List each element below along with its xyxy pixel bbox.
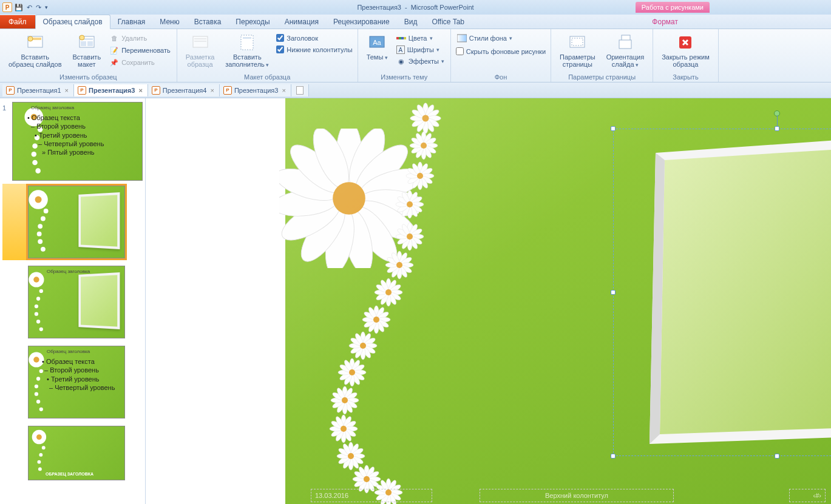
master-layout-icon (191, 33, 210, 52)
background-styles-button[interactable]: Стили фона (456, 33, 546, 44)
qat-dropdown-icon[interactable]: ▾ (45, 4, 48, 10)
close-tab-icon[interactable]: × (64, 87, 70, 94)
svg-point-45 (35, 304, 38, 308)
svg-point-59 (42, 446, 46, 449)
app-icon: P (2, 2, 12, 12)
svg-rect-5 (81, 41, 86, 46)
document-tab[interactable]: PПрезентация1× (2, 84, 74, 96)
svg-point-71 (321, 207, 359, 268)
slide-master-tab[interactable]: Образец слайдов (35, 15, 110, 29)
placeholder-icon (237, 33, 257, 52)
svg-point-70 (339, 207, 378, 268)
thumb-title: Образец заголовка (31, 105, 74, 110)
view-tab[interactable]: Вид (397, 15, 425, 29)
rename-button[interactable]: 📝Переименовать (108, 45, 172, 56)
resize-handle-nw[interactable] (611, 126, 616, 131)
svg-rect-23 (619, 40, 631, 49)
close-master-view-button[interactable]: Закрыть режим образца (658, 32, 713, 69)
insert-slide-master-button[interactable]: Вставить образец слайдов (5, 32, 65, 69)
home-tab[interactable]: Главная (110, 15, 153, 29)
fonts-button[interactable]: AШрифты (395, 45, 446, 55)
redo-icon[interactable]: ↷ (36, 4, 41, 12)
insert-layout-button[interactable]: Вставить макет (69, 32, 104, 69)
review-tab[interactable]: Рецензирование (326, 15, 397, 29)
thumb-title: Образец заголовка (47, 269, 90, 274)
footer-placeholder[interactable]: Верхний колонтитул (480, 489, 674, 502)
insert-tab[interactable]: Вставка (187, 15, 229, 29)
footers-checkbox[interactable]: Нижние колонтитулы (276, 45, 352, 53)
resize-handle-w[interactable] (611, 290, 616, 295)
document-tab[interactable]: PПрезентация3× (220, 84, 291, 96)
edit-theme-group: Aa Темы Цвета AШрифты ◉Эффекты Изменить … (358, 29, 451, 82)
new-document-tab[interactable] (291, 84, 309, 96)
master-layout-group: Разметка образца Вставить заполнитель За… (177, 29, 358, 82)
picture-placeholder[interactable] (613, 129, 831, 456)
flower-trail-decoration (285, 98, 831, 504)
layout-thumbnail[interactable] (28, 186, 125, 258)
edit-theme-group-label: Изменить тему (363, 72, 446, 82)
svg-point-56 (39, 408, 43, 411)
resize-handle-sw[interactable] (611, 454, 616, 459)
effects-button[interactable]: ◉Эффекты (395, 56, 446, 67)
close-tab-icon[interactable]: × (280, 87, 287, 94)
svg-point-75 (279, 163, 342, 207)
document-tab[interactable]: PПрезентация4× (148, 84, 220, 96)
svg-point-58 (36, 434, 42, 440)
colors-button[interactable]: Цвета (395, 33, 446, 44)
blank-doc-icon (296, 86, 304, 95)
rotation-handle[interactable] (774, 110, 780, 116)
edit-master-group-label: Изменить образец (5, 72, 172, 82)
page-setup-button[interactable]: Параметры страницы (556, 32, 599, 69)
svg-point-44 (36, 297, 40, 300)
close-tab-icon[interactable]: × (137, 87, 143, 94)
file-tab[interactable]: Файл (0, 15, 35, 29)
layout-icon (77, 33, 97, 52)
animation-tab[interactable]: Анимация (277, 15, 326, 29)
transitions-tab[interactable]: Переходы (228, 15, 277, 29)
flower-decoration (279, 129, 419, 268)
orientation-icon (616, 33, 635, 52)
page-setup-group-label: Параметры страницы (556, 72, 648, 82)
office-tab[interactable]: Office Tab (424, 15, 472, 29)
slide-number-placeholder[interactable]: ‹#› (789, 489, 826, 502)
close-tab-icon[interactable]: × (209, 87, 215, 94)
slide-canvas-area[interactable]: 13.03.2016 Верхний колонтитул ‹#› (146, 98, 831, 504)
svg-point-54 (35, 392, 38, 396)
thumb-title: Образец заголовка (47, 349, 90, 354)
svg-point-35 (44, 209, 49, 213)
layout-thumbnail[interactable]: Образец заголовка • Образец текста – Вто… (28, 346, 125, 418)
svg-point-68 (353, 193, 419, 247)
menu-tab[interactable]: Меню (152, 15, 186, 29)
svg-point-40 (41, 247, 46, 252)
hide-background-checkbox[interactable]: Скрыть фоновые рисунки (456, 47, 546, 55)
svg-point-60 (39, 453, 42, 457)
window-title: Презентация3-Microsoft PowerPoint (357, 4, 473, 11)
effects-icon: ◉ (396, 56, 406, 66)
svg-point-32 (35, 168, 41, 173)
slide-thumbnails-panel[interactable]: 1 Образец заголовка • Образец текста – В… (0, 98, 146, 504)
date-placeholder[interactable]: 13.03.2016 (311, 489, 432, 502)
master-thumbnail[interactable]: Образец заголовка • Образец текста – Вто… (12, 102, 143, 181)
selected-indicator (2, 184, 30, 260)
save-icon[interactable]: 💾 (15, 4, 23, 12)
insert-placeholder-button[interactable]: Вставить заполнитель (222, 32, 273, 70)
layout-thumbnail[interactable]: Образец заголовка (28, 266, 125, 338)
rename-icon: 📝 (109, 45, 119, 55)
svg-point-76 (283, 138, 349, 200)
slide-orientation-button[interactable]: Ориентация слайда (603, 32, 648, 70)
powerpoint-file-icon: P (152, 86, 160, 95)
document-tab[interactable]: PПрезентация3× (74, 84, 148, 96)
undo-icon[interactable]: ↶ (27, 4, 32, 12)
page-setup-icon (568, 33, 587, 52)
format-tab[interactable]: Формат (645, 15, 685, 29)
resize-handle-s[interactable] (775, 454, 779, 459)
themes-button[interactable]: Aa Темы (363, 32, 392, 62)
svg-point-36 (41, 217, 46, 221)
svg-point-66 (356, 163, 419, 207)
resize-handle-n[interactable] (775, 126, 779, 131)
svg-marker-92 (650, 135, 831, 444)
title-checkbox[interactable]: Заголовок (276, 34, 352, 42)
layout-thumbnail[interactable]: ОБРАЗЕЦ ЗАГОЛОВКА (28, 426, 125, 480)
powerpoint-file-icon: P (223, 86, 232, 95)
svg-point-62 (38, 467, 42, 471)
